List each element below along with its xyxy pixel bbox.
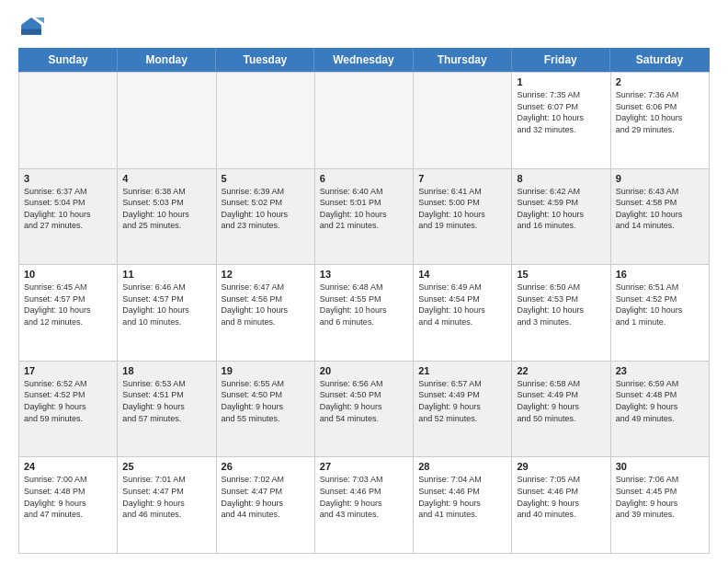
day-info: Sunrise: 6:38 AM Sunset: 5:03 PM Dayligh… bbox=[122, 186, 210, 232]
calendar-cell: 1Sunrise: 7:35 AM Sunset: 6:07 PM Daylig… bbox=[512, 72, 610, 168]
day-info: Sunrise: 6:47 AM Sunset: 4:56 PM Dayligh… bbox=[222, 282, 310, 327]
calendar-body: 1Sunrise: 7:35 AM Sunset: 6:07 PM Daylig… bbox=[18, 72, 710, 554]
calendar-cell: 22Sunrise: 6:58 AM Sunset: 4:49 PM Dayli… bbox=[512, 361, 610, 457]
calendar-cell: 16Sunrise: 6:51 AM Sunset: 4:52 PM Dayli… bbox=[611, 264, 710, 361]
day-number: 6 bbox=[320, 173, 408, 184]
calendar-cell bbox=[414, 72, 512, 168]
page: SundayMondayTuesdayWednesdayThursdayFrid… bbox=[0, 0, 728, 563]
calendar-cell bbox=[217, 72, 315, 168]
day-number: 16 bbox=[616, 269, 704, 280]
calendar-cell: 23Sunrise: 6:59 AM Sunset: 4:48 PM Dayli… bbox=[611, 361, 710, 457]
day-number: 11 bbox=[122, 269, 210, 280]
day-number: 22 bbox=[517, 365, 605, 376]
calendar-cell: 24Sunrise: 7:00 AM Sunset: 4:48 PM Dayli… bbox=[19, 456, 118, 553]
day-number: 25 bbox=[122, 461, 210, 472]
calendar-cell: 11Sunrise: 6:46 AM Sunset: 4:57 PM Dayli… bbox=[118, 264, 216, 361]
day-info: Sunrise: 7:06 AM Sunset: 4:45 PM Dayligh… bbox=[616, 474, 704, 520]
calendar-cell bbox=[19, 72, 118, 168]
day-number: 10 bbox=[24, 269, 112, 280]
calendar-cell: 28Sunrise: 7:04 AM Sunset: 4:46 PM Dayli… bbox=[414, 456, 512, 553]
header-day-friday: Friday bbox=[512, 49, 610, 71]
day-info: Sunrise: 7:01 AM Sunset: 4:47 PM Dayligh… bbox=[122, 474, 210, 520]
day-info: Sunrise: 6:49 AM Sunset: 4:54 PM Dayligh… bbox=[418, 282, 506, 327]
calendar-cell: 21Sunrise: 6:57 AM Sunset: 4:49 PM Dayli… bbox=[414, 361, 512, 457]
day-number: 19 bbox=[222, 365, 310, 376]
day-number: 24 bbox=[24, 461, 112, 472]
day-number: 8 bbox=[517, 173, 605, 184]
calendar-cell: 7Sunrise: 6:41 AM Sunset: 5:00 PM Daylig… bbox=[414, 168, 512, 265]
calendar-cell: 4Sunrise: 6:38 AM Sunset: 5:03 PM Daylig… bbox=[118, 168, 216, 265]
day-number: 13 bbox=[320, 269, 408, 280]
day-number: 30 bbox=[616, 461, 704, 472]
logo bbox=[18, 15, 48, 40]
header-day-thursday: Thursday bbox=[414, 49, 512, 71]
day-info: Sunrise: 6:41 AM Sunset: 5:00 PM Dayligh… bbox=[418, 186, 506, 232]
day-info: Sunrise: 6:46 AM Sunset: 4:57 PM Dayligh… bbox=[122, 282, 210, 327]
day-number: 18 bbox=[122, 365, 210, 376]
day-info: Sunrise: 6:55 AM Sunset: 4:50 PM Dayligh… bbox=[222, 378, 310, 424]
calendar-cell: 10Sunrise: 6:45 AM Sunset: 4:57 PM Dayli… bbox=[19, 264, 118, 361]
calendar-cell bbox=[118, 72, 216, 168]
calendar-cell: 20Sunrise: 6:56 AM Sunset: 4:50 PM Dayli… bbox=[315, 361, 414, 457]
day-number: 12 bbox=[222, 269, 310, 280]
day-info: Sunrise: 6:37 AM Sunset: 5:04 PM Dayligh… bbox=[24, 186, 112, 232]
day-number: 17 bbox=[24, 365, 112, 376]
logo-icon bbox=[18, 15, 44, 40]
calendar-cell: 14Sunrise: 6:49 AM Sunset: 4:54 PM Dayli… bbox=[414, 264, 512, 361]
calendar-cell: 29Sunrise: 7:05 AM Sunset: 4:46 PM Dayli… bbox=[512, 456, 610, 553]
day-info: Sunrise: 6:50 AM Sunset: 4:53 PM Dayligh… bbox=[517, 282, 605, 327]
header-day-monday: Monday bbox=[118, 49, 216, 71]
day-info: Sunrise: 6:57 AM Sunset: 4:49 PM Dayligh… bbox=[418, 378, 506, 424]
calendar-cell: 26Sunrise: 7:02 AM Sunset: 4:47 PM Dayli… bbox=[217, 456, 315, 553]
day-number: 5 bbox=[222, 173, 310, 184]
day-info: Sunrise: 6:48 AM Sunset: 4:55 PM Dayligh… bbox=[320, 282, 408, 327]
header bbox=[18, 15, 710, 40]
calendar-header: SundayMondayTuesdayWednesdayThursdayFrid… bbox=[18, 48, 710, 72]
calendar-cell: 19Sunrise: 6:55 AM Sunset: 4:50 PM Dayli… bbox=[217, 361, 315, 457]
calendar-cell: 6Sunrise: 6:40 AM Sunset: 5:01 PM Daylig… bbox=[315, 168, 414, 265]
day-number: 2 bbox=[616, 76, 704, 87]
day-info: Sunrise: 6:58 AM Sunset: 4:49 PM Dayligh… bbox=[517, 378, 605, 424]
header-day-saturday: Saturday bbox=[610, 49, 709, 71]
day-info: Sunrise: 7:00 AM Sunset: 4:48 PM Dayligh… bbox=[24, 474, 112, 520]
calendar-cell: 30Sunrise: 7:06 AM Sunset: 4:45 PM Dayli… bbox=[611, 456, 710, 553]
calendar-cell: 17Sunrise: 6:52 AM Sunset: 4:52 PM Dayli… bbox=[19, 361, 118, 457]
day-number: 3 bbox=[24, 173, 112, 184]
day-number: 21 bbox=[418, 365, 506, 376]
calendar-cell: 9Sunrise: 6:43 AM Sunset: 4:58 PM Daylig… bbox=[611, 168, 710, 265]
day-info: Sunrise: 6:59 AM Sunset: 4:48 PM Dayligh… bbox=[616, 378, 704, 424]
svg-rect-2 bbox=[21, 29, 41, 35]
day-number: 15 bbox=[517, 269, 605, 280]
day-number: 23 bbox=[616, 365, 704, 376]
calendar-cell: 5Sunrise: 6:39 AM Sunset: 5:02 PM Daylig… bbox=[217, 168, 315, 265]
day-info: Sunrise: 6:40 AM Sunset: 5:01 PM Dayligh… bbox=[320, 186, 408, 232]
calendar-cell: 15Sunrise: 6:50 AM Sunset: 4:53 PM Dayli… bbox=[512, 264, 610, 361]
calendar-cell: 12Sunrise: 6:47 AM Sunset: 4:56 PM Dayli… bbox=[217, 264, 315, 361]
day-info: Sunrise: 6:51 AM Sunset: 4:52 PM Dayligh… bbox=[616, 282, 704, 327]
day-info: Sunrise: 6:53 AM Sunset: 4:51 PM Dayligh… bbox=[122, 378, 210, 424]
calendar-cell: 8Sunrise: 6:42 AM Sunset: 4:59 PM Daylig… bbox=[512, 168, 610, 265]
day-info: Sunrise: 7:03 AM Sunset: 4:46 PM Dayligh… bbox=[320, 474, 408, 520]
calendar-cell: 18Sunrise: 6:53 AM Sunset: 4:51 PM Dayli… bbox=[118, 361, 216, 457]
calendar-cell: 3Sunrise: 6:37 AM Sunset: 5:04 PM Daylig… bbox=[19, 168, 118, 265]
day-info: Sunrise: 6:56 AM Sunset: 4:50 PM Dayligh… bbox=[320, 378, 408, 424]
day-number: 27 bbox=[320, 461, 408, 472]
day-info: Sunrise: 6:39 AM Sunset: 5:02 PM Dayligh… bbox=[222, 186, 310, 232]
day-number: 7 bbox=[418, 173, 506, 184]
day-info: Sunrise: 6:45 AM Sunset: 4:57 PM Dayligh… bbox=[24, 282, 112, 327]
day-info: Sunrise: 6:43 AM Sunset: 4:58 PM Dayligh… bbox=[616, 186, 704, 232]
day-number: 26 bbox=[222, 461, 310, 472]
day-number: 14 bbox=[418, 269, 506, 280]
header-day-tuesday: Tuesday bbox=[216, 49, 314, 71]
day-info: Sunrise: 7:36 AM Sunset: 6:06 PM Dayligh… bbox=[616, 89, 704, 135]
day-info: Sunrise: 7:02 AM Sunset: 4:47 PM Dayligh… bbox=[222, 474, 310, 520]
header-day-wednesday: Wednesday bbox=[314, 49, 413, 71]
day-number: 1 bbox=[517, 76, 605, 87]
day-info: Sunrise: 6:52 AM Sunset: 4:52 PM Dayligh… bbox=[24, 378, 112, 424]
day-info: Sunrise: 7:05 AM Sunset: 4:46 PM Dayligh… bbox=[517, 474, 605, 520]
calendar-cell: 13Sunrise: 6:48 AM Sunset: 4:55 PM Dayli… bbox=[315, 264, 414, 361]
day-info: Sunrise: 7:35 AM Sunset: 6:07 PM Dayligh… bbox=[517, 89, 605, 135]
header-day-sunday: Sunday bbox=[19, 49, 118, 71]
day-number: 20 bbox=[320, 365, 408, 376]
day-number: 4 bbox=[122, 173, 210, 184]
